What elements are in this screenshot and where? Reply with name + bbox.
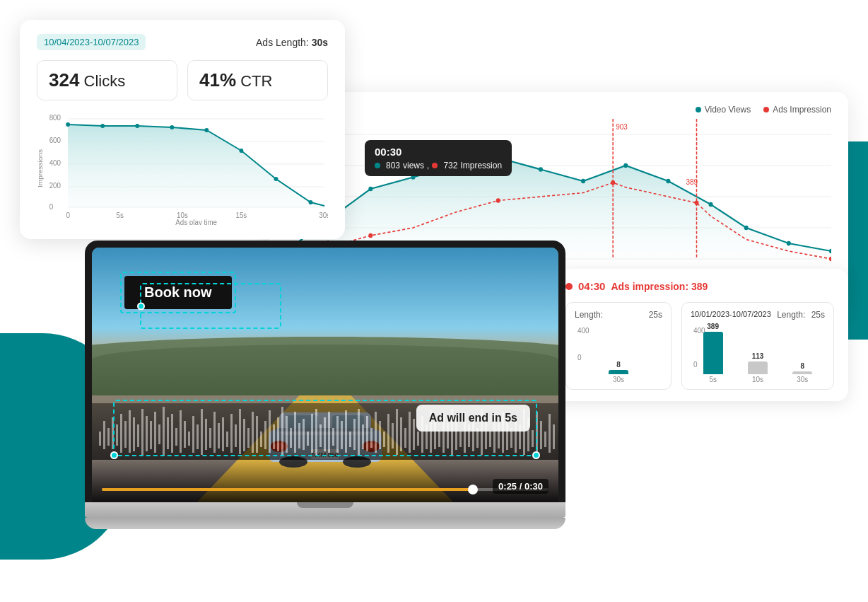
svg-point-39 — [581, 179, 585, 184]
svg-text:Ads play time: Ads play time — [175, 219, 217, 225]
date-badge: 10/04/2023-10/07/2023 — [37, 34, 146, 50]
bar-8: 8 30s — [792, 362, 812, 383]
svg-text:200: 200 — [49, 182, 61, 190]
car-scene: NXM 950 — [92, 248, 558, 502]
progress-fill — [102, 488, 473, 491]
ads-impression-dot — [763, 107, 769, 112]
svg-point-18 — [274, 177, 278, 181]
metrics-row: 324 Clicks 41% CTR — [37, 60, 328, 100]
laptop-screen: NXM 950 — [92, 248, 558, 502]
bar-113-rect — [748, 361, 768, 374]
svg-rect-73 — [99, 432, 101, 446]
bar-113: 113 10s — [748, 352, 768, 383]
bottom-panel: 04:30 Ads impression: 389 Length: 25s 40… — [551, 269, 848, 401]
svg-text:400: 400 — [49, 159, 61, 167]
time-display: 0:25 / 0:30 — [493, 479, 549, 494]
svg-text:15s: 15s — [235, 212, 247, 219]
legend-ads-impression: Ads Impression — [763, 105, 831, 115]
progress-bar[interactable] — [102, 488, 549, 491]
svg-text:0: 0 — [66, 212, 70, 219]
ctr-metric: 41% CTR — [187, 60, 328, 100]
svg-rect-180 — [553, 424, 555, 449]
chart-tooltip: 00:30 803 views , 732 Impression — [365, 140, 512, 176]
svg-point-19 — [309, 200, 313, 204]
bp-charts-row: Length: 25s 400 0 8 30s 10/01/2023-10/07… — [565, 302, 834, 390]
bar-389: 389 5s — [703, 323, 723, 383]
svg-point-17 — [239, 149, 243, 153]
laptop-base — [85, 502, 565, 518]
svg-rect-74 — [103, 421, 105, 449]
svg-point-42 — [709, 202, 713, 207]
anchor-dot-bottom-right — [532, 451, 540, 459]
svg-point-57 — [694, 201, 698, 206]
svg-text:Impressions: Impressions — [37, 149, 44, 187]
svg-text:800: 800 — [49, 114, 61, 122]
svg-point-13 — [100, 124, 105, 128]
svg-marker-11 — [68, 125, 324, 207]
ads-length-label: Ads Length: 30s — [256, 37, 328, 48]
svg-point-55 — [496, 198, 500, 203]
legend-video-views: Video Views — [696, 105, 751, 115]
svg-point-41 — [666, 179, 670, 184]
bp-left-chart: Length: 25s 400 0 8 30s — [565, 302, 671, 390]
video-controls: 0:25 / 0:30 — [92, 460, 558, 502]
laptop-screen-outer: NXM 950 — [85, 241, 565, 502]
red-dot-icon — [565, 283, 573, 290]
book-now-overlay: Book now — [120, 269, 236, 313]
bp-left-bar-group: 8 30s — [609, 361, 628, 383]
svg-rect-179 — [549, 414, 551, 453]
bottom-panel-header: 04:30 Ads impression: 389 — [565, 280, 834, 292]
svg-point-56 — [611, 180, 615, 185]
analytics-card: 10/04/2023-10/07/2023 Ads Length: 30s 32… — [20, 20, 345, 239]
svg-point-34 — [368, 187, 373, 192]
bp-right-chart-header: 10/01/2023-10/07/2023 Length: 25s — [691, 310, 825, 320]
svg-text:389: 389 — [686, 178, 698, 187]
svg-text:30s: 30s — [319, 212, 328, 219]
svg-point-44 — [787, 241, 791, 246]
impressions-chart: 800 600 400 200 0 Impressions — [37, 112, 328, 225]
laptop: NXM 950 — [85, 241, 565, 529]
laptop-stand — [85, 518, 565, 529]
bp-right-chart: 10/01/2023-10/07/2023 Length: 25s 400 0 … — [681, 302, 834, 390]
bp-left-bar-chart: 400 0 8 30s — [575, 327, 662, 383]
selection-box-top — [140, 283, 281, 329]
hills — [92, 345, 558, 395]
bp-left-bar — [609, 370, 628, 374]
analytics-card-header: 10/04/2023-10/07/2023 Ads Length: 30s — [37, 34, 328, 50]
tooltip-impression-dot — [432, 163, 438, 168]
clicks-metric: 324 Clicks — [37, 60, 177, 100]
svg-point-54 — [368, 233, 373, 238]
svg-point-16 — [204, 128, 209, 132]
bar-389-rect — [703, 332, 723, 374]
tooltip-views-row: 803 views , 732 Impression — [375, 161, 502, 170]
progress-thumb[interactable] — [468, 485, 478, 494]
svg-text:5s: 5s — [117, 212, 124, 219]
chart-legend: Video Views Ads Impression — [286, 105, 831, 115]
bar-8-rect — [792, 371, 812, 374]
selection-box-bottom — [113, 400, 537, 456]
svg-point-40 — [623, 163, 628, 168]
svg-point-15 — [170, 125, 174, 129]
svg-text:903: 903 — [616, 122, 628, 132]
anchor-dot-top-left — [137, 302, 145, 310]
laptop-notch — [297, 502, 353, 508]
bp-right-bar-chart: 400 0 389 5s 113 10s 8 30s — [691, 327, 825, 383]
svg-rect-178 — [544, 432, 546, 447]
anchor-dot-bottom-left — [110, 451, 118, 459]
svg-point-14 — [135, 124, 139, 128]
svg-point-38 — [539, 167, 543, 172]
svg-point-12 — [66, 122, 70, 127]
svg-point-43 — [744, 226, 749, 231]
svg-rect-75 — [107, 428, 110, 446]
bp-left-chart-header: Length: 25s — [575, 310, 662, 320]
svg-text:600: 600 — [49, 137, 61, 144]
tooltip-views-dot — [375, 163, 380, 168]
svg-text:0: 0 — [49, 203, 54, 211]
impression-label: Ads impression: 389 — [611, 281, 708, 292]
video-views-dot — [696, 107, 701, 112]
svg-rect-177 — [540, 421, 542, 449]
